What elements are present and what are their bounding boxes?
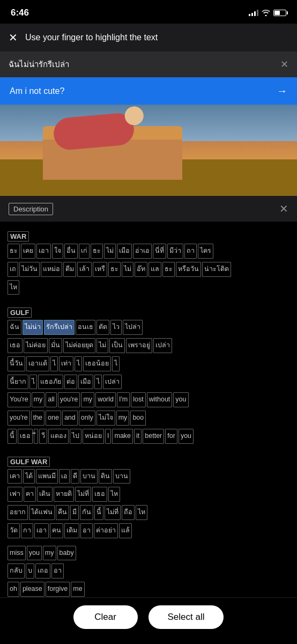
word-token[interactable]: without: [147, 392, 173, 407]
word-token[interactable]: หายดิ: [54, 487, 74, 502]
word-token[interactable]: ไม่ค่อย: [24, 338, 48, 353]
word-token[interactable]: ใจ: [52, 244, 63, 259]
word-token[interactable]: อ๊ท: [135, 262, 147, 277]
word-token[interactable]: ไ: [75, 356, 82, 371]
word-token[interactable]: you: [27, 546, 42, 561]
word-token[interactable]: ไป: [70, 429, 81, 444]
word-token[interactable]: วี: [39, 429, 47, 444]
word-token[interactable]: เคย: [21, 244, 35, 259]
word-token[interactable]: boo: [130, 411, 146, 426]
word-token[interactable]: ได้แฟน: [29, 505, 55, 520]
close-icon[interactable]: ✕: [9, 31, 18, 44]
word-token[interactable]: forgive: [46, 582, 70, 597]
word-token[interactable]: กา: [21, 523, 33, 538]
word-token[interactable]: ไ: [94, 375, 102, 390]
word-token[interactable]: บาน: [80, 469, 98, 484]
word-token[interactable]: แล: [148, 262, 161, 277]
word-token[interactable]: and: [62, 411, 78, 426]
word-token[interactable]: you're: [8, 411, 30, 426]
word-token[interactable]: the: [31, 411, 44, 426]
word-token[interactable]: ค่าอย่า: [94, 523, 118, 538]
word-token[interactable]: ไม่: [96, 338, 108, 353]
word-token[interactable]: ฉัน: [8, 320, 21, 335]
word-token[interactable]: you: [173, 392, 188, 407]
word-token[interactable]: ธะ: [162, 262, 175, 277]
word-token[interactable]: น่าะโดิด: [202, 262, 231, 277]
word-token[interactable]: เอาแต้: [26, 356, 49, 371]
word-token[interactable]: ตัด: [96, 320, 109, 335]
word-token[interactable]: เธอ: [92, 487, 107, 502]
word-token[interactable]: ต่อ: [64, 375, 77, 390]
word-token[interactable]: ไคร: [198, 244, 213, 259]
word-token[interactable]: ไปล่า: [123, 320, 143, 335]
word-token[interactable]: ถือ: [122, 505, 135, 520]
word-token[interactable]: ตีม: [63, 262, 76, 277]
word-token[interactable]: กัน: [80, 505, 93, 520]
word-token[interactable]: มี: [70, 505, 79, 520]
word-token[interactable]: กลับ: [8, 564, 25, 579]
word-token[interactable]: one: [46, 411, 61, 426]
word-token[interactable]: แดอง: [48, 429, 69, 444]
word-token[interactable]: ี: [34, 429, 38, 444]
word-token[interactable]: my: [81, 392, 94, 407]
word-token[interactable]: oh: [8, 582, 19, 597]
word-token[interactable]: แพนมี: [36, 469, 58, 484]
word-token[interactable]: อ่าเอ: [133, 244, 152, 259]
word-token[interactable]: ไม่วัน: [19, 262, 40, 277]
word-token[interactable]: me: [71, 582, 84, 597]
word-token[interactable]: my: [32, 392, 45, 407]
word-token[interactable]: ได้: [23, 469, 35, 484]
word-token[interactable]: อา: [51, 564, 64, 579]
word-token[interactable]: baby: [57, 546, 76, 561]
word-token[interactable]: นี้: [94, 505, 103, 520]
search-clear-icon[interactable]: ✕: [280, 58, 288, 70]
description-close-icon[interactable]: ✕: [279, 202, 288, 215]
word-token[interactable]: คน: [50, 523, 63, 538]
word-token[interactable]: ธะ: [108, 262, 121, 277]
word-token[interactable]: ไม่: [104, 244, 116, 259]
word-token[interactable]: เปล่า: [103, 375, 122, 390]
word-token[interactable]: หน่อย: [83, 429, 104, 444]
word-token[interactable]: เฟา: [8, 487, 23, 502]
word-token[interactable]: ไห: [8, 280, 19, 295]
word-token[interactable]: อนเธ: [76, 320, 95, 335]
word-token[interactable]: ไม่ค่อยยุด: [63, 338, 95, 353]
word-token[interactable]: ธะ: [8, 244, 20, 259]
word-token[interactable]: ไ: [29, 375, 37, 390]
word-token[interactable]: ไว: [110, 320, 122, 335]
word-token[interactable]: คืน: [56, 505, 69, 520]
select-all-button[interactable]: Select all: [148, 605, 224, 629]
word-token[interactable]: ไห: [108, 487, 120, 502]
word-token[interactable]: อยาก: [8, 505, 28, 520]
word-token[interactable]: เป็น: [109, 338, 125, 353]
word-token[interactable]: เธอ: [18, 429, 33, 444]
word-token[interactable]: better: [143, 429, 164, 444]
word-token[interactable]: ไ: [50, 356, 58, 371]
word-token[interactable]: เอา: [34, 523, 49, 538]
word-token[interactable]: ไม่: [122, 262, 133, 277]
word-token[interactable]: ถา: [184, 244, 197, 259]
word-token[interactable]: only: [79, 411, 95, 426]
word-token[interactable]: มั่น: [49, 338, 62, 353]
word-token[interactable]: นี่ที่: [153, 244, 166, 259]
word-token[interactable]: แหม่อ: [41, 262, 62, 277]
word-token[interactable]: นี้: [8, 429, 17, 444]
word-token[interactable]: เพราอยู่: [126, 338, 152, 353]
word-token[interactable]: อา: [80, 523, 93, 538]
word-token[interactable]: เดิน: [37, 487, 53, 502]
word-token[interactable]: นี้ยาก: [8, 375, 28, 390]
word-token[interactable]: ไม่ที่: [75, 487, 91, 502]
word-token[interactable]: เก่: [79, 244, 90, 259]
word-token[interactable]: นี้วัน: [8, 356, 25, 371]
word-token[interactable]: เปล่า: [153, 338, 172, 353]
word-token[interactable]: my: [116, 411, 130, 426]
word-token[interactable]: I: [105, 429, 111, 444]
word-token[interactable]: ดิน: [99, 469, 112, 484]
word-token[interactable]: บาน: [113, 469, 130, 484]
word-token[interactable]: เล้า: [77, 262, 92, 277]
word-token[interactable]: miss: [8, 546, 26, 561]
word-token[interactable]: เอ: [59, 469, 70, 484]
word-token[interactable]: for: [165, 429, 177, 444]
word-token[interactable]: อื่น: [64, 244, 78, 259]
word-token[interactable]: ไม่ที่: [105, 505, 121, 520]
